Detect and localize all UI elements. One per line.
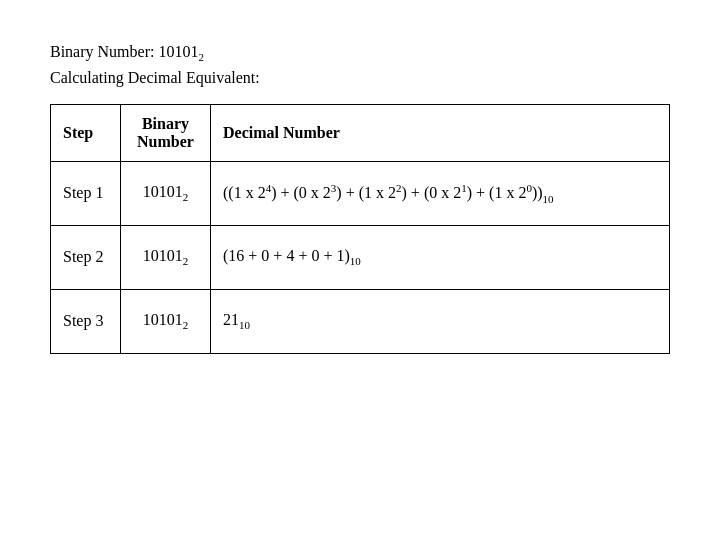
cell-decimal: ((1 x 24) + (0 x 23) + (1 x 22) + (0 x 2… (211, 161, 670, 225)
intro-line-2: Calculating Decimal Equivalent: (50, 66, 260, 90)
intro-line-1: Binary Number: 101012 (50, 40, 260, 66)
table-row: Step 31010122110 (51, 289, 670, 353)
cell-step: Step 2 (51, 225, 121, 289)
table-header-row: Step Binary Number Decimal Number (51, 104, 670, 161)
cell-step: Step 3 (51, 289, 121, 353)
cell-decimal: (16 + 0 + 4 + 0 + 1)10 (211, 225, 670, 289)
cell-binary: 101012 (121, 289, 211, 353)
binary-number-sub: 2 (198, 51, 204, 63)
header-decimal: Decimal Number (211, 104, 670, 161)
binary-number-label: Binary Number: 10101 (50, 43, 198, 60)
table-row: Step 2101012(16 + 0 + 4 + 0 + 1)10 (51, 225, 670, 289)
header-step: Step (51, 104, 121, 161)
header-binary: Binary Number (121, 104, 211, 161)
conversion-table: Step Binary Number Decimal Number Step 1… (50, 104, 670, 354)
intro-block: Binary Number: 101012 Calculating Decima… (50, 40, 260, 90)
cell-decimal: 2110 (211, 289, 670, 353)
cell-binary: 101012 (121, 225, 211, 289)
cell-step: Step 1 (51, 161, 121, 225)
cell-binary: 101012 (121, 161, 211, 225)
table-row: Step 1101012((1 x 24) + (0 x 23) + (1 x … (51, 161, 670, 225)
